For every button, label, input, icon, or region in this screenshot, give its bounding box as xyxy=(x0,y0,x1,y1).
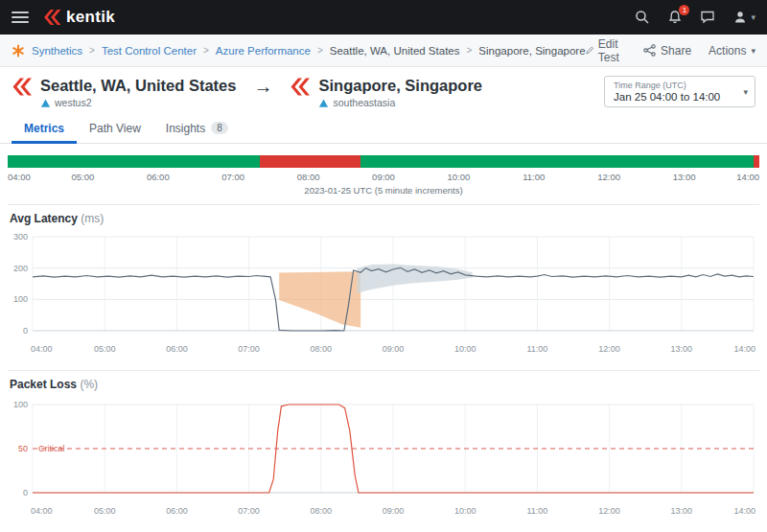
tab-label: Path View xyxy=(89,122,141,135)
actions-menu-button[interactable]: Actions ▾ xyxy=(709,44,755,58)
svg-text:11:00: 11:00 xyxy=(526,344,547,354)
breadcrumb-separator: > xyxy=(317,45,323,56)
svg-text:08:00: 08:00 xyxy=(311,506,333,516)
edit-test-button[interactable]: Edit Test xyxy=(586,37,627,64)
menu-icon[interactable] xyxy=(12,9,29,26)
breadcrumb-item[interactable]: Test Control Center xyxy=(102,45,197,57)
source-region: westus2 xyxy=(55,97,92,108)
chevron-down-icon: ▾ xyxy=(751,12,755,22)
packet-loss-chart-heading: Packet Loss (%) xyxy=(10,378,759,391)
share-icon xyxy=(643,44,656,57)
latency-chart-heading: Avg Latency (ms) xyxy=(10,212,759,225)
health-timeline: 04:0005:0006:0007:0008:0009:0010:0011:00… xyxy=(8,155,759,196)
notifications-bell-icon[interactable]: 1 xyxy=(667,10,683,25)
svg-text:05:00: 05:00 xyxy=(94,506,116,516)
direction-arrow-icon: → xyxy=(253,76,272,97)
svg-text:04:00: 04:00 xyxy=(31,344,53,354)
svg-text:14:00: 14:00 xyxy=(733,344,755,354)
svg-text:05:00: 05:00 xyxy=(94,344,116,354)
svg-text:11:00: 11:00 xyxy=(526,506,547,516)
notification-count-badge: 1 xyxy=(679,5,689,15)
timeline-tick-label: 08:00 xyxy=(297,172,320,182)
timeline-segment-healthy[interactable] xyxy=(360,155,754,168)
search-icon[interactable] xyxy=(635,10,650,25)
agent-mark-icon xyxy=(12,78,33,96)
svg-text:04:00: 04:00 xyxy=(31,506,53,516)
chat-icon[interactable] xyxy=(700,10,715,25)
anomaly-band-orange xyxy=(279,272,360,328)
agent-mark-icon xyxy=(290,78,311,96)
tab-label: Metrics xyxy=(24,122,64,135)
chevron-down-icon: ▾ xyxy=(743,87,748,97)
share-label: Share xyxy=(661,44,691,58)
breadcrumb-bar: Synthetics>Test Control Center>Azure Per… xyxy=(0,35,767,67)
timeline-tick-label: 07:00 xyxy=(221,172,244,182)
avg-latency-chart[interactable]: 010020030004:0005:0006:0007:0008:0009:00… xyxy=(8,229,759,358)
svg-text:0: 0 xyxy=(23,488,28,497)
breadcrumb-separator: > xyxy=(89,45,95,56)
breadcrumb-item[interactable]: Synthetics xyxy=(32,45,82,57)
destination-region: southeastasia xyxy=(333,97,395,108)
tab-path-view[interactable]: Path View xyxy=(77,115,153,144)
chart-unit: (%) xyxy=(80,378,98,391)
svg-text:07:00: 07:00 xyxy=(238,506,260,516)
kentik-chevrons-icon xyxy=(42,10,62,25)
timeline-tick-label: 09:00 xyxy=(372,172,395,182)
kentik-logo[interactable]: kentik xyxy=(42,8,115,27)
svg-text:13:00: 13:00 xyxy=(671,506,693,516)
timeline-segment-critical[interactable] xyxy=(754,155,759,168)
svg-text:300: 300 xyxy=(13,232,28,242)
svg-text:08:00: 08:00 xyxy=(311,344,333,354)
critical-threshold-label: Critical xyxy=(38,444,65,453)
chevron-down-icon: ▾ xyxy=(751,46,755,56)
timeline-tick-label: 14:00 xyxy=(736,172,759,182)
svg-text:10:00: 10:00 xyxy=(454,506,476,516)
timeline-tick-label: 10:00 xyxy=(448,172,471,182)
chart-title: Packet Loss xyxy=(10,378,77,391)
time-range-label: Time Range (UTC) xyxy=(614,81,733,90)
health-timeline-bar[interactable] xyxy=(8,155,759,168)
tab-metrics[interactable]: Metrics xyxy=(12,115,77,144)
svg-text:100: 100 xyxy=(13,294,28,304)
timeline-segment-healthy[interactable] xyxy=(8,155,260,168)
svg-text:10:00: 10:00 xyxy=(454,344,476,354)
share-button[interactable]: Share xyxy=(643,44,691,58)
svg-text:12:00: 12:00 xyxy=(598,344,620,354)
chart-unit: (ms) xyxy=(81,212,104,225)
svg-text:07:00: 07:00 xyxy=(238,344,260,354)
timeline-ticks: 04:0005:0006:0007:0008:0009:0010:0011:00… xyxy=(8,172,759,184)
timeline-tick-label: 06:00 xyxy=(147,172,170,182)
svg-text:09:00: 09:00 xyxy=(383,344,405,354)
breadcrumb-item[interactable]: Azure Performance xyxy=(216,45,311,57)
destination-endpoint: Singapore, Singapore southeastasia xyxy=(290,76,482,108)
actions-label: Actions xyxy=(709,44,746,58)
svg-text:0: 0 xyxy=(23,326,28,335)
svg-text:100: 100 xyxy=(13,400,28,409)
breadcrumb-separator: > xyxy=(203,45,209,56)
breadcrumb-item: Seattle, WA, United States xyxy=(330,45,460,57)
svg-text:50: 50 xyxy=(18,444,28,453)
tab-badge: 8 xyxy=(211,122,228,134)
source-name: Seattle, WA, United States xyxy=(40,76,236,95)
section-divider xyxy=(8,370,759,371)
svg-text:13:00: 13:00 xyxy=(671,344,693,354)
app-root: { "header": { "brand": "kentik", "notifi… xyxy=(0,0,767,532)
metrics-panel: 04:0005:0006:0007:0008:0009:0010:0011:00… xyxy=(0,155,767,523)
edit-test-label: Edit Test xyxy=(598,37,626,64)
time-range-selector[interactable]: Time Range (UTC) Jan 25 04:00 to 14:00 ▾ xyxy=(604,76,755,107)
destination-name: Singapore, Singapore xyxy=(318,76,482,95)
time-range-value: Jan 25 04:00 to 14:00 xyxy=(614,91,733,103)
synthetics-icon xyxy=(12,44,25,58)
svg-text:09:00: 09:00 xyxy=(383,506,405,516)
packet-loss-chart[interactable]: 010050Critical04:0005:0006:0007:0008:000… xyxy=(8,395,759,520)
test-toolbar: Edit Test Share Actions ▾ xyxy=(586,37,755,64)
svg-text:14:00: 14:00 xyxy=(733,506,755,516)
tab-insights[interactable]: Insights8 xyxy=(153,115,241,144)
tab-label: Insights xyxy=(166,122,205,135)
breadcrumb-separator: > xyxy=(466,45,472,56)
source-endpoint: Seattle, WA, United States westus2 xyxy=(12,76,236,108)
timeline-caption: 2023-01-25 UTC (5 minute increments) xyxy=(8,185,759,196)
user-avatar-icon[interactable]: ▾ xyxy=(732,10,755,25)
azure-icon xyxy=(318,98,329,108)
timeline-segment-critical[interactable] xyxy=(260,155,360,168)
